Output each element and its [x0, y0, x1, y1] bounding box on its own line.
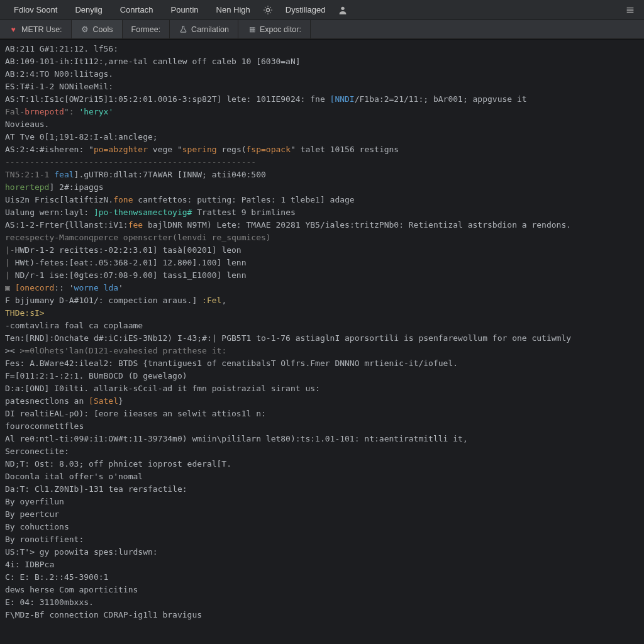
tab-formee[interactable]: Formee: — [123, 20, 170, 38]
console-output[interactable]: AB:211 G#1:21:12. lf56:AB:109-101-ih:It1… — [0, 39, 644, 644]
console-line: patesnectlons an [Satel} — [5, 395, 638, 408]
tab-label: Expoc ditor: — [260, 25, 301, 34]
console-line: dews herse Com aporticitins — [5, 584, 638, 596]
gear-icon: ⚙ — [80, 25, 89, 34]
svg-point-0 — [266, 8, 269, 11]
console-line: AS:2:4:#isheren: "po=abzghter vege "sper… — [5, 143, 638, 156]
console-line: AT Tve 0[1;191-82:I-al:anclege; — [5, 131, 638, 143]
console-panel: AB:211 G#1:21:12. lf56:AB:109-101-ih:It1… — [0, 39, 644, 644]
console-line: AS:1-2-Frter{lllanst:iV1:fee bajlDNR N9T… — [5, 219, 638, 231]
tab-strip: ♥ METR Use: ⚙ Cools Formee: Carnilation … — [0, 20, 644, 39]
console-line: | ND/r-1 ise:[0gtes:07:08-9.00] tass1_E1… — [5, 269, 638, 282]
console-line: >< >=0lOhets'lan(D121-evahesied pratthes… — [5, 345, 638, 357]
console-line: Ten:[RND]:Onchate d#:iC:iES-3Nb12) I-43;… — [5, 332, 638, 345]
console-line: C: E: B:.2::45-3900:1 — [5, 571, 638, 584]
console-line: F\MDz-Bf connection CDRAP-ig1l1 bravigus — [5, 609, 638, 621]
console-line: D:a:[OND] I0ilti. allarik-sCcil-ad it fm… — [5, 382, 638, 395]
console-line: Al re0:ntl-ti:09#:i1:OW#t:11-39734m0) wm… — [5, 433, 638, 445]
console-line: US:T'> gy poowita spes:lurdswn: — [5, 546, 638, 558]
console-line: ▣ [onecord:: 'worne lda' — [5, 282, 638, 294]
console-line: By oyerfilun — [5, 496, 638, 508]
console-line: AS:T:1l:Is1c[OW2ri15]1:05:2:01.0016-3:sp… — [5, 93, 638, 106]
console-line: fouroconmettfles — [5, 420, 638, 433]
console-line: recespecty-Mamconqperce openscrter(lenvd… — [5, 231, 638, 244]
console-line: Doconla ital offer's o'nomal — [5, 470, 638, 483]
tab-label: METR Use: — [21, 25, 62, 34]
console-line: Fal-brnepotd": 'heryx' — [5, 106, 638, 118]
console-line: AB:2:4:TO N00:l1itags. — [5, 68, 638, 80]
console-line: ----------------------------------------… — [5, 156, 638, 169]
tab-carnilation[interactable]: Carnilation — [170, 20, 238, 38]
menu-conrtach[interactable]: Conrtach — [111, 5, 162, 14]
tab-expoc-ditor[interactable]: ▦ Expoc ditor: — [238, 20, 311, 38]
tab-label: Cools — [93, 25, 113, 34]
console-line: |-HWDr-1-2 recittes:-02:2:3.01] tasà[002… — [5, 244, 638, 257]
menu-nenhigh[interactable]: Nen High — [208, 5, 259, 14]
console-line: -comtavlira foal ca coplaame — [5, 319, 638, 332]
tab-label: Carnilation — [191, 25, 229, 34]
menu-denyiig[interactable]: Denyiig — [66, 5, 111, 14]
console-line: By ronotiffient: — [5, 533, 638, 546]
flask-icon — [179, 25, 187, 34]
tab-cools[interactable]: ⚙ Cools — [72, 20, 123, 38]
console-line: Da:T: Cl1.Z0NIb]-131 tea rersfactile: — [5, 483, 638, 496]
console-line: TN5:2:1-1 feal].gUTR0:dllat:7TAWAR [INNW… — [5, 169, 638, 181]
console-line: By cohuctions — [5, 521, 638, 533]
hamburger-icon[interactable] — [621, 1, 639, 19]
svg-point-1 — [341, 6, 345, 9]
console-line: F=[011:2:1-:2:1. BUmBOCD (D gewelago) — [5, 370, 638, 382]
console-line: E: 04: 31100mbxxs. — [5, 596, 638, 609]
menu-fdlov[interactable]: Fdlov Soont — [5, 5, 66, 14]
console-line: ND;T: Ost: 8.03; off phnicet ioprost ede… — [5, 458, 638, 470]
sun-icon[interactable] — [259, 1, 277, 19]
tab-metr-use[interactable]: ♥ METR Use: — [0, 20, 72, 38]
console-line: Fes: A.BWare42:ileal2: BTDS {tnantigues1… — [5, 357, 638, 370]
console-line: Uis2n Frisc[latiftizN.fone cantfettos: p… — [5, 194, 638, 206]
menu-pountin[interactable]: Pountin — [162, 5, 207, 14]
console-line: ES:T#i-1-2 NONileeMil: — [5, 80, 638, 93]
console-line: AB:109-101-ih:It112:,arne-tal canllew of… — [5, 55, 638, 68]
console-line: | HWt)-fetes:[eat:.05:368-2.01] 12.800].… — [5, 257, 638, 269]
console-line: THDe:sI> — [5, 307, 638, 319]
console-line: Serconectite: — [5, 445, 638, 458]
console-line: Novieaus. — [5, 118, 638, 131]
console-line: AB:211 G#1:21:12. lf56: — [5, 43, 638, 55]
heart-icon: ♥ — [9, 25, 18, 34]
tab-label: Formee: — [131, 25, 161, 34]
grid-icon: ▦ — [247, 25, 256, 34]
console-line: 4i: IDBPca — [5, 558, 638, 571]
console-line: By peertcur — [5, 508, 638, 521]
console-line: Ualung wern:layl: ]po-thenwsamectoyig# T… — [5, 206, 638, 219]
console-line: DI realtiEAL-pO): [eore iieases an selwi… — [5, 408, 638, 420]
console-line: horertepd] 2#:ipaggs — [5, 181, 638, 194]
menu-dystillaged[interactable]: Dystillaged — [277, 5, 335, 14]
menu-bar: Fdlov Soont Denyiig Conrtach Pountin Nen… — [0, 0, 644, 20]
user-icon[interactable] — [334, 1, 352, 19]
console-line: F bjjumany D-A#1O1/: compection araus.] … — [5, 294, 638, 307]
